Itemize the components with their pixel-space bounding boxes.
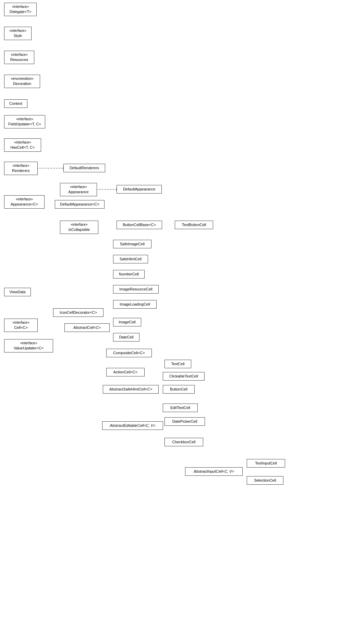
box-delegate: «interface» Delegate<T>	[4, 3, 37, 16]
box-datepickercell: DatePickerCell	[164, 417, 205, 426]
box-resources: «interface» Resources	[4, 51, 34, 64]
box-selectioncell: SelectionCell	[247, 476, 283, 485]
box-appearance-iface: «interface» Appearance	[60, 183, 97, 196]
box-iconcelldecorator: IconCellDecorator<C>	[53, 308, 103, 317]
box-buttoncell: ButtonCell	[163, 385, 195, 394]
box-iscollapsible: «interface» IsCollapsible	[60, 221, 98, 234]
box-compositecell: CompositeCell<C>	[106, 349, 152, 357]
box-textbuttoncell: TextButtonCell	[175, 221, 213, 229]
box-numbercell: NumberCell	[113, 270, 145, 278]
box-hascell: «interface» HasCell<T, C>	[4, 138, 41, 152]
box-safeimagecell: SafeImageCell	[113, 240, 151, 248]
box-fieldupdater: «interface» FieldUpdater<T, C>	[4, 115, 45, 128]
box-clickabletextcell: ClickableTextCell	[163, 372, 205, 381]
box-valueupdater: «interface» ValueUpdater<C>	[4, 339, 53, 352]
box-buttoncellbase: ButtonCellBase<C>	[117, 221, 162, 229]
box-actioncell: ActionCell<C>	[106, 368, 145, 376]
box-textcell: TextCell	[164, 360, 191, 368]
box-safehtmlcell: SafeHtmlCell	[113, 255, 148, 263]
box-imageresourcecell: ImageResourceCell	[113, 285, 159, 294]
box-abstractsafehtmlcell: AbstractSafeHtmlCell<C>	[103, 385, 159, 394]
box-renderers: «interface» Renderers	[4, 162, 38, 175]
box-appearance-c: «interface» Appearance<C>	[4, 195, 45, 209]
box-imageloadingcell: ImageLoadingCell	[113, 300, 157, 309]
box-edittextcell: EditTextCell	[163, 404, 198, 412]
box-defaultappearance-c: DefaultAppearance<C>	[55, 200, 105, 209]
box-cell-iface: «interface» Cell<C>	[4, 319, 38, 332]
box-viewdata: ViewData	[4, 288, 31, 296]
box-defaultrenderers: DefaultRenderers	[63, 164, 105, 172]
box-datecell: DateCell	[113, 333, 139, 342]
box-context: Context	[4, 99, 27, 108]
box-abstractinputcell: AbstractInputCell<C, V>	[185, 467, 243, 476]
arrows-svg: DefaultRenderers --> DefaultAppearance -…	[0, 0, 354, 644]
box-abstracteditablecell: AbstractEditableCell<C, V>	[102, 421, 163, 430]
box-defaultappearance: DefaultAppearance	[117, 185, 162, 194]
box-imagecell: ImageCell	[113, 318, 141, 326]
diagram-container: DefaultRenderers --> DefaultAppearance -…	[0, 0, 354, 644]
box-style: «interface» Style	[4, 27, 32, 40]
box-decoration: «enumeration» Decoration	[4, 75, 40, 88]
box-abstractcell: AbstractCell<C>	[64, 323, 110, 332]
box-textinputcell: TextInputCell	[247, 459, 285, 468]
box-checkboxcell: CheckboxCell	[164, 438, 203, 446]
